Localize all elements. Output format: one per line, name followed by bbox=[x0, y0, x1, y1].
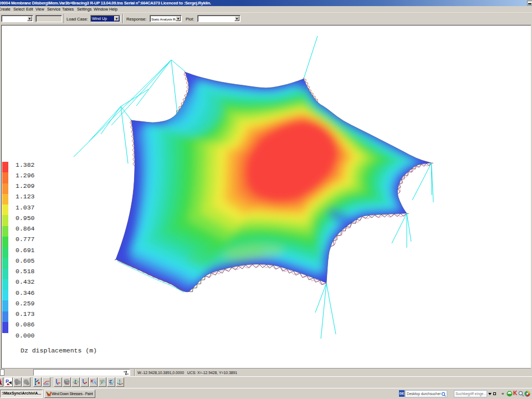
svg-text:X: X bbox=[90, 378, 94, 383]
svg-text:mn: mn bbox=[45, 382, 49, 385]
svg-text:P: P bbox=[6, 378, 9, 384]
svg-text:Z: Z bbox=[109, 379, 112, 384]
